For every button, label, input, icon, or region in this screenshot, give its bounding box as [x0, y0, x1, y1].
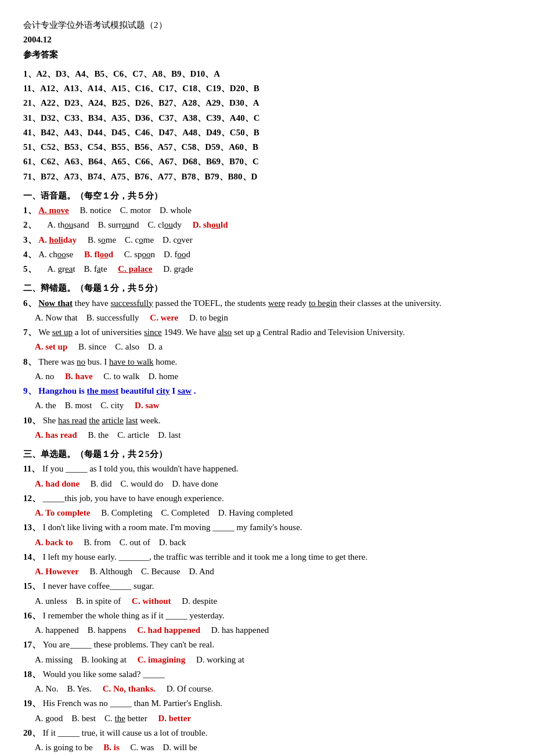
q13-text: 13、 I don't like living with a room mate… [23, 521, 511, 534]
q17-text: 17、 You are_____ these problems. They ca… [23, 638, 511, 651]
q11-opts: A. had done B. did C. would do D. have d… [35, 477, 511, 491]
section3: 三、单选题。（每题１分，共２5分） 11、 If you _____ as I … [23, 448, 511, 756]
q7-opts: A. set up B. since C. also D. a [35, 340, 511, 354]
answers-section: 1、A2、D3、A4、B5、C6、C7、A8、B9、D10、A 11、A12、A… [23, 67, 511, 183]
q4-num: 4、 [23, 250, 37, 259]
q18-text: 18、 Would you like some salad? _____ [23, 668, 511, 681]
q6-opts: A. Now that B. successfully C. were D. t… [35, 311, 511, 325]
q10-opts: A. has read B. the C. article D. last [35, 429, 511, 442]
q2-num: 2、 [23, 220, 37, 229]
answer-row8: 71、B72、A73、B74、A75、B76、A77、B78、B79、B80、D [23, 170, 511, 183]
q2-a: A. thousand B. surround C. cloudy [38, 220, 190, 229]
q3-num: 3、 [23, 235, 37, 244]
q11-text: 11、 If you _____ as I told you, this wou… [23, 462, 511, 476]
q16-text: 16、 I remember the whole thing as if it … [23, 609, 511, 622]
page-container: 会计专业学位外语考试模拟试题（2） 2004.12 参考答案 1、A2、D3、A… [23, 19, 511, 756]
q8-opts: A. no B. have C. to walk D. home [35, 370, 511, 383]
q14-text: 14、 I left my house early. _______, the … [23, 550, 511, 564]
q16-opts: A. happened B. happens C. had happened D… [35, 624, 511, 637]
answer-row3: 21、A22、D23、A24、B25、D26、B27、A28、A29、D30、A [23, 96, 511, 110]
q2-ans: D. should [193, 220, 228, 229]
q17-opts: A. missing B. looking at C. imagining D.… [35, 653, 511, 667]
q3-rest: B. some C. come D. cover [79, 235, 193, 244]
q5-num: 5、 [23, 264, 37, 273]
section1: 一、语音题。（每空１分，共５分） 1、 A. move B. notice C.… [23, 189, 511, 276]
section2: 二、辩错题。（每题１分，共５分） 6、 Now that they have s… [23, 282, 511, 442]
section2-title: 二、辩错题。（每题１分，共５分） [23, 282, 511, 295]
q5-a: A. great B. fate [38, 264, 116, 273]
q3-ans: A. holiday [38, 235, 77, 244]
q4-ans: B. flood [84, 250, 113, 259]
answer-row7: 61、C62、A63、B64、A65、C66、A67、D68、B69、B70、C [23, 155, 511, 168]
answer-row2: 11、A12、A13、A14、A15、C16、C17、C18、C19、D20、B [23, 82, 511, 95]
q5: 5、 A. great B. fate C. palace D. grade [23, 262, 511, 276]
q14-opts: A. However B. Although C. Because D. And [35, 565, 511, 578]
q5-ans: C. palace [118, 264, 152, 273]
q20-text: 20、 If it _____ true, it will cause us a… [23, 726, 511, 740]
title: 会计专业学位外语考试模拟试题（2） [23, 19, 511, 32]
q20-opts: A. is going to be B. is C. was D. will b… [35, 741, 511, 754]
q15-opts: A. unless B. in spite of C. without D. d… [35, 595, 511, 608]
q1-rest: B. notice C. motor D. whole [71, 206, 192, 215]
answer-row5: 41、B42、A43、D44、D45、C46、D47、A48、D49、C50、B [23, 126, 511, 139]
q2: 2、 A. thousand B. surround C. cloudy D. … [23, 218, 511, 232]
q19-text: 19、 His French was no _____ than M. Part… [23, 697, 511, 710]
answer-row1: 1、A2、D3、A4、B5、C6、C7、A8、B9、D10、A [23, 67, 511, 81]
q15-text: 15、 I never have coffee_____ sugar. [23, 579, 511, 593]
date: 2004.12 [23, 33, 511, 46]
q4-rest: C. spoon D. food [116, 250, 190, 259]
q6-text: 6、 Now that they have successfully passe… [23, 297, 511, 310]
section3-title: 三、单选题。（每题１分，共２5分） [23, 448, 511, 461]
q9-text: 9、 Hangzhou is the most beautiful city I… [23, 384, 511, 398]
q1: 1、 A. move B. notice C. motor D. whole [23, 204, 511, 217]
answer-row4: 31、D32、C33、B34、A35、D36、C37、A38、C39、A40、C [23, 111, 511, 125]
q7-text: 7、 We set up a lot of universities since… [23, 326, 511, 339]
section1-title: 一、语音题。（每空１分，共５分） [23, 189, 511, 203]
q10-text: 10、 She has read the article last week. [23, 414, 511, 427]
q4: 4、 A. choose B. flood C. spoon D. food [23, 248, 511, 261]
q18-opts: A. No. B. Yes. C. No, thanks. D. Of cour… [35, 682, 511, 696]
q8-text: 8、 There was no bus. I have to walk home… [23, 355, 511, 369]
q1-num: 1、 [23, 206, 37, 215]
q19-opts: A. good B. best C. the better D. better [35, 712, 511, 725]
answer-row6: 51、C52、B53、C54、B55、B56、A57、C58、D59、A60、B [23, 141, 511, 154]
ref-title: 参考答案 [23, 48, 511, 62]
q13-opts: A. back to B. from C. out of D. back [35, 536, 511, 549]
q4-a: A. choose [38, 250, 82, 259]
q5-rest: D. grade [154, 264, 193, 273]
q9-opts: A. the B. most C. city D. saw [35, 399, 511, 412]
q1-a: A. move [38, 206, 69, 215]
q12-opts: A. To complete B. Completing C. Complete… [35, 506, 511, 520]
q12-text: 12、 _____this job, you have to have enou… [23, 492, 511, 505]
q3: 3、 A. holiday B. some C. come D. cover [23, 233, 511, 247]
